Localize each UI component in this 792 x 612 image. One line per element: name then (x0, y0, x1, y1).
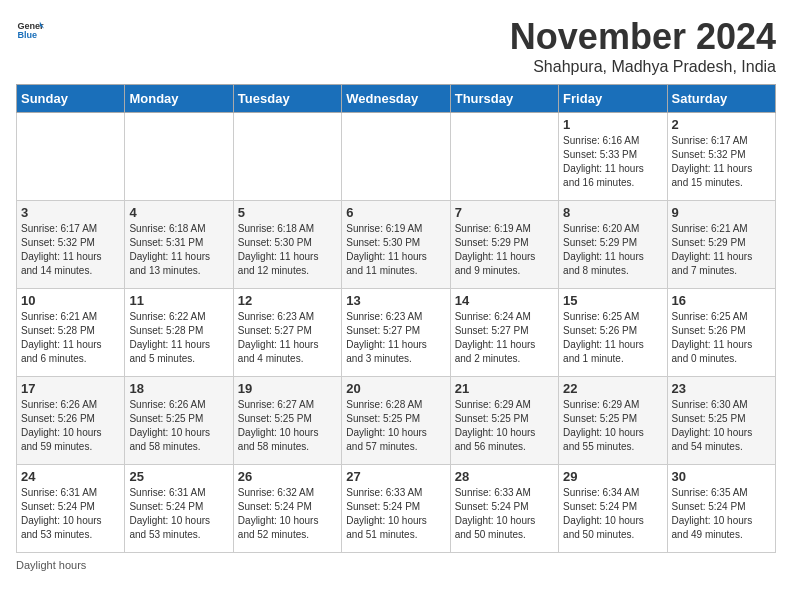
calendar-cell (125, 113, 233, 201)
day-number: 8 (563, 205, 662, 220)
day-number: 30 (672, 469, 771, 484)
calendar-cell: 27Sunrise: 6:33 AM Sunset: 5:24 PM Dayli… (342, 465, 450, 553)
calendar-cell: 8Sunrise: 6:20 AM Sunset: 5:29 PM Daylig… (559, 201, 667, 289)
svg-text:Blue: Blue (17, 30, 37, 40)
calendar-cell: 6Sunrise: 6:19 AM Sunset: 5:30 PM Daylig… (342, 201, 450, 289)
footer-daylight: Daylight hours (16, 559, 776, 571)
day-number: 21 (455, 381, 554, 396)
col-header-tuesday: Tuesday (233, 85, 341, 113)
day-number: 5 (238, 205, 337, 220)
calendar-cell: 18Sunrise: 6:26 AM Sunset: 5:25 PM Dayli… (125, 377, 233, 465)
day-number: 13 (346, 293, 445, 308)
calendar-cell: 29Sunrise: 6:34 AM Sunset: 5:24 PM Dayli… (559, 465, 667, 553)
day-info: Sunrise: 6:18 AM Sunset: 5:30 PM Dayligh… (238, 222, 337, 278)
calendar-cell: 4Sunrise: 6:18 AM Sunset: 5:31 PM Daylig… (125, 201, 233, 289)
day-info: Sunrise: 6:30 AM Sunset: 5:25 PM Dayligh… (672, 398, 771, 454)
day-number: 18 (129, 381, 228, 396)
day-info: Sunrise: 6:25 AM Sunset: 5:26 PM Dayligh… (563, 310, 662, 366)
calendar-cell: 2Sunrise: 6:17 AM Sunset: 5:32 PM Daylig… (667, 113, 775, 201)
day-number: 17 (21, 381, 120, 396)
day-info: Sunrise: 6:35 AM Sunset: 5:24 PM Dayligh… (672, 486, 771, 542)
calendar-table: SundayMondayTuesdayWednesdayThursdayFrid… (16, 84, 776, 553)
header: General Blue November 2024 Shahpura, Mad… (16, 16, 776, 76)
calendar-cell: 14Sunrise: 6:24 AM Sunset: 5:27 PM Dayli… (450, 289, 558, 377)
day-info: Sunrise: 6:22 AM Sunset: 5:28 PM Dayligh… (129, 310, 228, 366)
calendar-cell: 17Sunrise: 6:26 AM Sunset: 5:26 PM Dayli… (17, 377, 125, 465)
calendar-cell: 20Sunrise: 6:28 AM Sunset: 5:25 PM Dayli… (342, 377, 450, 465)
day-number: 25 (129, 469, 228, 484)
calendar-cell: 24Sunrise: 6:31 AM Sunset: 5:24 PM Dayli… (17, 465, 125, 553)
col-header-wednesday: Wednesday (342, 85, 450, 113)
day-info: Sunrise: 6:31 AM Sunset: 5:24 PM Dayligh… (21, 486, 120, 542)
day-number: 2 (672, 117, 771, 132)
day-info: Sunrise: 6:23 AM Sunset: 5:27 PM Dayligh… (346, 310, 445, 366)
day-info: Sunrise: 6:21 AM Sunset: 5:29 PM Dayligh… (672, 222, 771, 278)
day-number: 11 (129, 293, 228, 308)
calendar-week-row: 1Sunrise: 6:16 AM Sunset: 5:33 PM Daylig… (17, 113, 776, 201)
calendar-cell: 5Sunrise: 6:18 AM Sunset: 5:30 PM Daylig… (233, 201, 341, 289)
location-title: Shahpura, Madhya Pradesh, India (510, 58, 776, 76)
calendar-cell (450, 113, 558, 201)
calendar-cell: 22Sunrise: 6:29 AM Sunset: 5:25 PM Dayli… (559, 377, 667, 465)
day-info: Sunrise: 6:23 AM Sunset: 5:27 PM Dayligh… (238, 310, 337, 366)
day-info: Sunrise: 6:17 AM Sunset: 5:32 PM Dayligh… (672, 134, 771, 190)
day-info: Sunrise: 6:18 AM Sunset: 5:31 PM Dayligh… (129, 222, 228, 278)
day-info: Sunrise: 6:33 AM Sunset: 5:24 PM Dayligh… (455, 486, 554, 542)
calendar-cell: 1Sunrise: 6:16 AM Sunset: 5:33 PM Daylig… (559, 113, 667, 201)
day-number: 28 (455, 469, 554, 484)
calendar-cell: 9Sunrise: 6:21 AM Sunset: 5:29 PM Daylig… (667, 201, 775, 289)
day-number: 3 (21, 205, 120, 220)
calendar-cell: 15Sunrise: 6:25 AM Sunset: 5:26 PM Dayli… (559, 289, 667, 377)
day-number: 7 (455, 205, 554, 220)
day-number: 12 (238, 293, 337, 308)
day-number: 16 (672, 293, 771, 308)
calendar-cell: 19Sunrise: 6:27 AM Sunset: 5:25 PM Dayli… (233, 377, 341, 465)
day-number: 27 (346, 469, 445, 484)
col-header-sunday: Sunday (17, 85, 125, 113)
month-title: November 2024 (510, 16, 776, 58)
day-info: Sunrise: 6:20 AM Sunset: 5:29 PM Dayligh… (563, 222, 662, 278)
day-info: Sunrise: 6:21 AM Sunset: 5:28 PM Dayligh… (21, 310, 120, 366)
logo: General Blue (16, 16, 44, 44)
day-info: Sunrise: 6:32 AM Sunset: 5:24 PM Dayligh… (238, 486, 337, 542)
col-header-monday: Monday (125, 85, 233, 113)
day-number: 29 (563, 469, 662, 484)
calendar-cell: 26Sunrise: 6:32 AM Sunset: 5:24 PM Dayli… (233, 465, 341, 553)
day-info: Sunrise: 6:26 AM Sunset: 5:26 PM Dayligh… (21, 398, 120, 454)
calendar-cell: 25Sunrise: 6:31 AM Sunset: 5:24 PM Dayli… (125, 465, 233, 553)
calendar-cell: 16Sunrise: 6:25 AM Sunset: 5:26 PM Dayli… (667, 289, 775, 377)
day-number: 15 (563, 293, 662, 308)
day-number: 24 (21, 469, 120, 484)
day-number: 14 (455, 293, 554, 308)
calendar-cell (233, 113, 341, 201)
day-info: Sunrise: 6:29 AM Sunset: 5:25 PM Dayligh… (455, 398, 554, 454)
calendar-cell: 28Sunrise: 6:33 AM Sunset: 5:24 PM Dayli… (450, 465, 558, 553)
day-number: 1 (563, 117, 662, 132)
day-info: Sunrise: 6:17 AM Sunset: 5:32 PM Dayligh… (21, 222, 120, 278)
day-number: 20 (346, 381, 445, 396)
day-info: Sunrise: 6:29 AM Sunset: 5:25 PM Dayligh… (563, 398, 662, 454)
calendar-cell: 7Sunrise: 6:19 AM Sunset: 5:29 PM Daylig… (450, 201, 558, 289)
calendar-cell: 23Sunrise: 6:30 AM Sunset: 5:25 PM Dayli… (667, 377, 775, 465)
calendar-header-row: SundayMondayTuesdayWednesdayThursdayFrid… (17, 85, 776, 113)
day-info: Sunrise: 6:19 AM Sunset: 5:29 PM Dayligh… (455, 222, 554, 278)
logo-icon: General Blue (16, 16, 44, 44)
day-number: 9 (672, 205, 771, 220)
calendar-cell (17, 113, 125, 201)
col-header-friday: Friday (559, 85, 667, 113)
day-info: Sunrise: 6:33 AM Sunset: 5:24 PM Dayligh… (346, 486, 445, 542)
day-info: Sunrise: 6:25 AM Sunset: 5:26 PM Dayligh… (672, 310, 771, 366)
day-info: Sunrise: 6:16 AM Sunset: 5:33 PM Dayligh… (563, 134, 662, 190)
calendar-cell: 3Sunrise: 6:17 AM Sunset: 5:32 PM Daylig… (17, 201, 125, 289)
day-number: 23 (672, 381, 771, 396)
calendar-cell: 10Sunrise: 6:21 AM Sunset: 5:28 PM Dayli… (17, 289, 125, 377)
calendar-week-row: 24Sunrise: 6:31 AM Sunset: 5:24 PM Dayli… (17, 465, 776, 553)
title-area: November 2024 Shahpura, Madhya Pradesh, … (510, 16, 776, 76)
day-number: 19 (238, 381, 337, 396)
col-header-thursday: Thursday (450, 85, 558, 113)
calendar-week-row: 17Sunrise: 6:26 AM Sunset: 5:26 PM Dayli… (17, 377, 776, 465)
col-header-saturday: Saturday (667, 85, 775, 113)
day-number: 4 (129, 205, 228, 220)
calendar-cell: 11Sunrise: 6:22 AM Sunset: 5:28 PM Dayli… (125, 289, 233, 377)
day-info: Sunrise: 6:31 AM Sunset: 5:24 PM Dayligh… (129, 486, 228, 542)
